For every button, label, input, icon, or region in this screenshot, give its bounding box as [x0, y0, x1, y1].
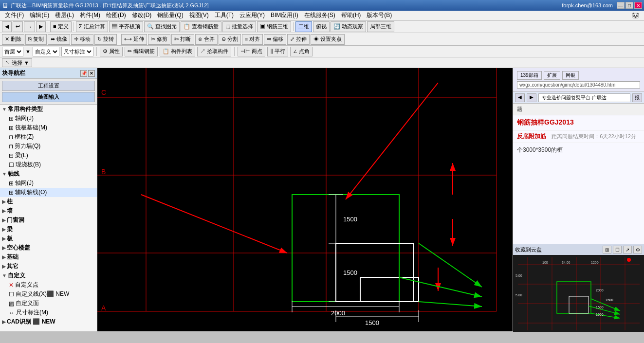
svg-rect-15: [360, 277, 419, 302]
redo-button[interactable]: →: [24, 21, 35, 32]
floor-select[interactable]: 首层: [2, 47, 23, 56]
rotate-button[interactable]: ↻ 旋转: [94, 34, 117, 45]
split-button[interactable]: ⊖ 分割: [219, 34, 241, 45]
batch-select-button[interactable]: ⬚ 批量选择: [222, 21, 256, 32]
sidebar-close-button[interactable]: ✕: [88, 70, 95, 77]
tree-item-shear-wall[interactable]: ⊓ 剪力墙(Q): [0, 142, 97, 151]
stretch-button[interactable]: ⤢ 拉伸: [287, 34, 310, 45]
tree-item-slab[interactable]: ☐ 现浇板(B): [0, 160, 97, 169]
tree-category-hollow[interactable]: ▶ 空心楼盖: [0, 243, 97, 253]
browser-tab[interactable]: 专业造价问题答疑平台-广联达: [538, 93, 630, 102]
netdisk-link[interactable]: 网银: [562, 71, 579, 80]
merge-button[interactable]: ⊕ 合并: [195, 34, 218, 45]
drawing-canvas[interactable]: C B A 1500 1500 2000: [97, 68, 513, 331]
menu-steel-qty[interactable]: 钢筋量(Q): [154, 10, 186, 20]
menu-floor[interactable]: 楼层(L): [52, 10, 77, 20]
menu-view[interactable]: 视图(V): [186, 10, 212, 20]
project-settings-button[interactable]: 工程设置: [2, 81, 95, 91]
tree-category-custom[interactable]: ▼ 自定义: [0, 271, 97, 280]
menu-tools[interactable]: 工具(T): [212, 10, 237, 20]
edit-steel-button[interactable]: ✏ 编辑钢筋: [125, 47, 158, 56]
tree-category-column[interactable]: ▶ 柱: [0, 197, 97, 206]
tree-item-beam[interactable]: ⊟ 梁(L): [0, 151, 97, 160]
menu-version[interactable]: 版本号(B): [364, 10, 395, 20]
tree-item-custom-face[interactable]: ▨ 自定义面: [0, 299, 97, 308]
undo-button[interactable]: ↩: [13, 21, 23, 32]
menu-edit[interactable]: 编辑(E): [27, 10, 52, 20]
browser-tab2[interactable]: 报: [632, 93, 642, 102]
extend-button[interactable]: ⟷ 延伸: [121, 34, 147, 45]
flush-top-button[interactable]: ▦ 平齐板顶: [109, 21, 143, 32]
email-link[interactable]: 139邮箱: [517, 71, 542, 80]
tree-item-aux-axis[interactable]: ⊞ 辅助轴线(O): [0, 188, 97, 197]
tree-category-slab2[interactable]: ▶ 板: [0, 234, 97, 243]
find-element-button[interactable]: 🔍 查找图元: [144, 21, 180, 32]
property-button[interactable]: ⚙ 属性: [100, 47, 123, 56]
sum-calc-button[interactable]: Σ 汇总计算: [76, 21, 108, 32]
minimap-btn1[interactable]: ⊞: [603, 246, 611, 253]
maximize-button[interactable]: □: [626, 2, 633, 9]
tree-item-dim-mark[interactable]: ↔ 尺寸标注(M): [0, 308, 97, 317]
minimap-btn2[interactable]: ☐: [613, 246, 622, 253]
local-3d-button[interactable]: 局部三维: [367, 21, 394, 32]
pick-component-button[interactable]: ↗ 拾取构件: [197, 47, 231, 56]
menu-draw[interactable]: 绘图(D): [103, 10, 129, 20]
layer-select[interactable]: 自定义: [33, 47, 59, 56]
svg-line-31: [419, 302, 482, 307]
draw-input-button[interactable]: 绘图输入: [2, 92, 95, 102]
move-button[interactable]: ✛ 移动: [71, 34, 93, 45]
menu-component[interactable]: 构件(M): [77, 10, 103, 20]
tree-item-raft[interactable]: ⊞ 筏板基础(M): [0, 123, 97, 132]
browser-forward-button[interactable]: ▶: [527, 93, 536, 102]
menu-help[interactable]: 帮助(H): [338, 10, 364, 20]
tree-category-other[interactable]: ▶ 其它: [0, 262, 97, 271]
offset-button[interactable]: ⥤ 偏移: [264, 34, 286, 45]
mirror-button[interactable]: ⬌ 镜像: [48, 34, 70, 45]
align-button[interactable]: ≡ 对齐: [242, 34, 263, 45]
two-point-button[interactable]: ⊣⊢ 两点: [238, 47, 265, 56]
tree-category-beam2[interactable]: ▶ 梁: [0, 225, 97, 234]
menu-bim[interactable]: BIM应用(I): [268, 10, 301, 20]
point-angle-button[interactable]: ∠ 点角: [290, 47, 313, 56]
tree-item-custom-line[interactable]: ☐ 自定义线(X)⬛ NEW: [0, 289, 97, 299]
parallel-button[interactable]: ∥ 平行: [267, 47, 288, 56]
back-button[interactable]: ◀: [2, 21, 12, 32]
url-bar[interactable]: wxgx.com/question/gimq/detail/1304480.ht…: [517, 81, 640, 89]
steel-3d-button[interactable]: ▣ 钢筋三维: [257, 21, 291, 32]
tree-category-door[interactable]: ▶ 门窗洞: [0, 216, 97, 225]
define-button[interactable]: ■ 定义: [50, 21, 72, 32]
tree-item-axisnet2[interactable]: ⊞ 轴网(J): [0, 179, 97, 188]
break-button[interactable]: ✄ 打断: [171, 34, 194, 45]
dim-select[interactable]: 尺寸标注: [61, 47, 93, 56]
view-steel-button[interactable]: 📋 查看钢筋量: [181, 21, 221, 32]
menu-file[interactable]: 文件(F): [2, 10, 27, 20]
forward-button[interactable]: ▶: [36, 21, 46, 32]
tree-category-foundation[interactable]: ▶ 基础: [0, 253, 97, 262]
select-button[interactable]: ↖ 选择 ▼: [2, 58, 32, 67]
menu-cloud[interactable]: 云应用(Y): [237, 10, 268, 20]
tree-item-column[interactable]: ⊓ 框柱(Z): [0, 132, 97, 142]
minimap-btn4[interactable]: ⚙: [633, 246, 642, 253]
delete-button[interactable]: ✕ 删除: [2, 34, 24, 45]
tree-category-cad[interactable]: ▶ CAD识别 ⬛ NEW: [0, 317, 97, 326]
tree-category-wall[interactable]: ▶ 墙: [0, 206, 97, 216]
minimap-btn3[interactable]: ↗: [623, 246, 632, 253]
tree-category-axis[interactable]: ▼ 轴线: [0, 169, 97, 179]
tree-item-axisnet[interactable]: ⊞ 轴网(J): [0, 114, 97, 123]
dynamic-view-button[interactable]: 🔄 动态观察: [331, 21, 366, 32]
expand-link[interactable]: 扩展: [544, 71, 560, 80]
sidebar-pin-button[interactable]: 📌: [80, 70, 87, 77]
browser-back-button[interactable]: ◀: [515, 93, 525, 102]
menu-online[interactable]: 在线服务(S): [301, 10, 338, 20]
close-button[interactable]: ✕: [634, 2, 642, 9]
component-list-button[interactable]: 📋 构件列表: [160, 47, 195, 56]
minimize-button[interactable]: —: [617, 2, 625, 9]
grip-button[interactable]: ◈ 设置夹点: [311, 34, 345, 45]
tree-item-custom-point[interactable]: ✕ 自定义点: [0, 280, 97, 289]
copy-button[interactable]: ⎘ 复制: [25, 34, 47, 45]
trim-button[interactable]: ✂ 修剪: [148, 34, 170, 45]
2d-button[interactable]: 二维: [295, 21, 312, 32]
top-view-button[interactable]: 俯视: [313, 21, 330, 32]
tree-category-common[interactable]: ▼ 常用构件类型: [0, 105, 97, 114]
menu-modify[interactable]: 修改(D): [129, 10, 155, 20]
